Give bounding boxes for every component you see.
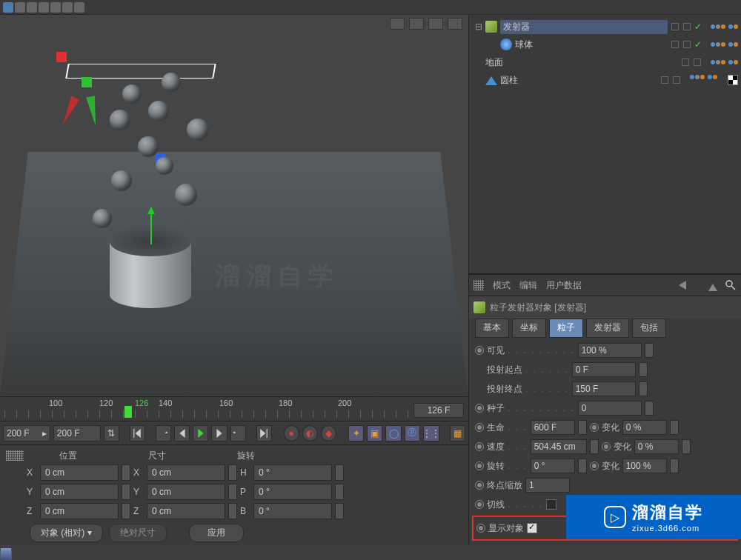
mode-button[interactable]: Ⓟ (405, 425, 420, 441)
render-toggle[interactable] (673, 76, 680, 84)
spinner[interactable] (639, 381, 648, 396)
anim-radio[interactable] (590, 423, 599, 432)
rot-h-input[interactable]: 0 ° (253, 464, 332, 481)
object-name[interactable]: 发射器 (500, 20, 668, 34)
tab-2[interactable]: 粒子 (549, 319, 583, 338)
visibility-toggle[interactable] (671, 41, 679, 48)
anim-radio[interactable] (475, 346, 484, 355)
rot-b-input[interactable]: 0 ° (253, 503, 332, 519)
menu-mode[interactable]: 模式 (493, 279, 511, 292)
mode-button[interactable]: ✦ (348, 425, 364, 441)
viewport[interactable]: 溜溜自学 (0, 15, 468, 397)
spinner[interactable] (682, 439, 691, 454)
spinner[interactable] (645, 401, 654, 416)
nav-back-icon[interactable] (674, 281, 686, 290)
tangent-checkbox[interactable] (546, 499, 556, 510)
emit-start-input[interactable]: 0 F (572, 362, 636, 377)
tool-icon[interactable] (74, 2, 84, 13)
render-toggle[interactable] (694, 59, 701, 66)
autokey-button[interactable]: ◐ (302, 425, 318, 441)
anim-radio[interactable] (476, 524, 485, 533)
spinner[interactable] (639, 362, 648, 377)
seed-input[interactable]: 0 (578, 401, 642, 416)
render-toggle[interactable] (683, 23, 691, 30)
range-start-field[interactable]: 200 F▸ (3, 425, 50, 441)
speed-var-input[interactable]: 0 % (634, 439, 679, 454)
tool-icon[interactable] (15, 2, 25, 13)
playhead[interactable] (124, 406, 132, 418)
object-manager[interactable]: ⊟ 发射器 ✓ 球体 ✓ 地面 圆柱 (469, 15, 741, 274)
rot-var-input[interactable]: 100 % (622, 459, 667, 473)
spinner[interactable] (578, 459, 587, 473)
tab-0[interactable]: 基本 (475, 319, 509, 338)
tool-icon[interactable] (50, 2, 61, 13)
mode-button[interactable]: ▣ (367, 425, 382, 441)
rot-input[interactable]: 0 ° (531, 459, 575, 473)
object-row[interactable]: ⊟ 发射器 ✓ (472, 18, 738, 36)
tool-icon[interactable] (27, 2, 37, 13)
spinner[interactable] (670, 420, 679, 435)
pos-y-input[interactable]: 0 cm (40, 484, 119, 500)
visible-input[interactable]: 100 % (578, 343, 642, 358)
spinner[interactable] (578, 420, 587, 435)
menu-edit[interactable]: 编辑 (519, 279, 537, 292)
size-x-input[interactable]: 0 cm (147, 464, 225, 481)
anim-radio[interactable] (475, 423, 484, 432)
tree-collapse-icon[interactable]: ⊟ (475, 21, 482, 32)
current-frame-field[interactable]: 126 F (413, 403, 464, 418)
menu-userdata[interactable]: 用户数据 (546, 279, 582, 292)
goto-end-button[interactable] (256, 425, 272, 441)
play-button[interactable] (193, 425, 208, 441)
render-toggle[interactable] (683, 41, 691, 48)
checker-tag-icon[interactable] (728, 75, 738, 85)
life-input[interactable]: 600 F (531, 420, 575, 435)
mode-button[interactable]: ▦ (450, 425, 465, 441)
abs-size-button[interactable]: 绝对尺寸 (109, 524, 167, 542)
prev-frame-button[interactable] (174, 425, 190, 441)
anim-radio[interactable] (475, 461, 484, 470)
size-z-input[interactable]: 0 cm (147, 503, 225, 519)
mode-dropdown[interactable]: 对象 (相对) ▾ (30, 524, 103, 542)
anim-radio[interactable] (602, 442, 611, 451)
range-end-field[interactable]: 200 F (53, 425, 101, 441)
spinner[interactable] (670, 459, 679, 473)
mode-button[interactable]: ◯ (385, 425, 401, 441)
search-icon[interactable] (725, 279, 737, 291)
key-button[interactable]: ◆ (321, 425, 336, 441)
tab-1[interactable]: 坐标 (512, 319, 546, 338)
visibility-toggle[interactable] (682, 59, 689, 66)
life-var-input[interactable]: 0 % (622, 420, 667, 435)
timeline[interactable]: 100120140160180200 126 126 F (0, 397, 468, 422)
pos-z-input[interactable]: 0 cm (40, 503, 119, 519)
anim-radio[interactable] (475, 404, 484, 413)
tool-icon[interactable] (62, 2, 73, 13)
mode-button[interactable]: ⋮⋮ (423, 425, 439, 441)
goto-start-button[interactable] (130, 425, 145, 441)
endscale-input[interactable]: 1 (525, 478, 570, 493)
tool-icon[interactable] (39, 2, 49, 13)
visibility-toggle[interactable] (671, 23, 679, 30)
pos-x-input[interactable]: 0 cm (40, 464, 119, 481)
anim-radio[interactable] (475, 481, 484, 490)
object-row[interactable]: 圆柱 (472, 71, 738, 89)
visibility-toggle[interactable] (661, 76, 668, 84)
spinner[interactable]: ⇅ (104, 425, 119, 441)
record-button[interactable]: ● (284, 425, 299, 441)
anim-radio[interactable] (590, 461, 599, 470)
tab-3[interactable]: 发射器 (586, 319, 629, 338)
show-obj-checkbox[interactable] (527, 523, 537, 533)
rot-p-input[interactable]: 0 ° (253, 484, 332, 500)
loop-button[interactable] (156, 425, 171, 441)
object-row[interactable]: 球体 ✓ (472, 36, 738, 53)
spinner[interactable] (590, 439, 599, 454)
next-frame-button[interactable] (211, 425, 227, 441)
anim-radio[interactable] (475, 442, 484, 451)
size-y-input[interactable]: 0 cm (147, 484, 225, 500)
object-name[interactable]: 圆柱 (500, 74, 657, 87)
emit-end-input[interactable]: 150 F (572, 381, 636, 396)
anim-radio[interactable] (475, 500, 484, 509)
tab-4[interactable]: 包括 (632, 319, 666, 338)
axis-y-handle[interactable] (82, 77, 92, 87)
axis-x-handle[interactable] (56, 52, 67, 62)
tool-icon[interactable] (3, 2, 13, 13)
